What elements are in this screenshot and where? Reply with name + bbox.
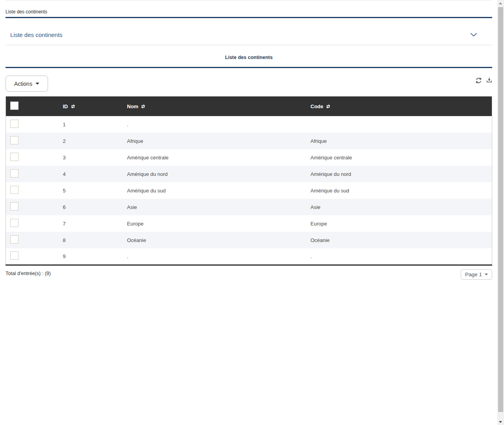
table-row: 3Amérique centraleAmérique centrale <box>6 149 492 166</box>
column-header-code[interactable]: Code <box>311 103 331 109</box>
cell-code: . <box>311 248 492 265</box>
total-entries-label: Total d'entrée(s) : (9) <box>6 269 51 276</box>
cell-code: Amérique du nord <box>311 166 492 182</box>
cell-nom: . <box>127 116 311 133</box>
continents-table: ID Nom <box>6 96 492 266</box>
table-footer: Total d'entrée(s) : (9) Page 1 <box>6 269 492 280</box>
page-container: Liste des continents Liste des continent… <box>6 0 492 280</box>
cell-code: Amérique centrale <box>311 149 492 166</box>
cell-id: 2 <box>63 133 127 149</box>
toolbar: Actions <box>6 76 492 92</box>
chevron-down-icon[interactable] <box>471 33 477 37</box>
row-checkbox[interactable] <box>10 153 19 161</box>
vertical-scrollbar[interactable] <box>497 0 504 425</box>
column-header-id[interactable]: ID <box>63 103 76 109</box>
cell-nom: Europe <box>127 215 311 232</box>
row-checkbox[interactable] <box>10 169 19 177</box>
cell-code: Asie <box>311 199 492 215</box>
collapsible-panel-header[interactable]: Liste des continents <box>6 18 492 45</box>
sort-icon <box>326 104 331 109</box>
sort-icon <box>141 104 146 109</box>
table-header-row: ID Nom <box>6 96 492 116</box>
page-title: Liste des continents <box>6 55 492 60</box>
cell-id: 5 <box>63 182 127 199</box>
actions-button-label: Actions <box>14 81 32 87</box>
refresh-icon[interactable] <box>475 77 482 84</box>
cell-id: 8 <box>63 232 127 248</box>
cell-id: 4 <box>63 166 127 182</box>
table-row: 5Amérique du sudAmérique du sud <box>6 182 492 199</box>
table-row: 1. <box>6 116 492 133</box>
cell-nom: Asie <box>127 199 311 215</box>
table-row: 6AsieAsie <box>6 199 492 215</box>
table-row: 2AfriqueAfrique <box>6 133 492 149</box>
section-divider <box>6 67 492 68</box>
table-row: 7EuropeEurope <box>6 215 492 232</box>
row-checkbox[interactable] <box>10 120 19 128</box>
cell-nom: Amérique centrale <box>127 149 311 166</box>
cell-nom: Océanie <box>127 232 311 248</box>
cell-nom: Afrique <box>127 133 311 149</box>
cell-code: Afrique <box>311 133 492 149</box>
cell-code <box>311 116 492 133</box>
row-checkbox[interactable] <box>10 136 19 144</box>
sort-icon <box>70 104 76 109</box>
scrollbar-thumb[interactable] <box>498 7 503 412</box>
cell-id: 3 <box>63 149 127 166</box>
table-row: 4Amérique du nordAmérique du nord <box>6 166 492 182</box>
row-checkbox[interactable] <box>10 235 19 244</box>
panel-title: Liste des continents <box>10 31 63 38</box>
page-select-label: Page 1 <box>465 272 482 277</box>
row-checkbox[interactable] <box>10 202 19 211</box>
page-select-button[interactable]: Page 1 <box>461 269 492 280</box>
caret-down-icon <box>485 273 488 275</box>
row-checkbox[interactable] <box>10 186 19 194</box>
row-checkbox[interactable] <box>10 251 19 260</box>
cell-nom: . <box>127 248 311 265</box>
cell-nom: Amérique du nord <box>127 166 311 182</box>
scroll-down-arrow-icon[interactable] <box>499 421 502 423</box>
actions-button[interactable]: Actions <box>6 76 48 92</box>
caret-down-icon <box>35 83 39 85</box>
cell-code: Amérique du sud <box>311 182 492 199</box>
breadcrumb: Liste des continents <box>6 0 492 15</box>
download-icon[interactable] <box>486 77 492 84</box>
cell-nom: Amérique du sud <box>127 182 311 199</box>
select-all-checkbox[interactable] <box>10 102 19 110</box>
cell-id: 7 <box>63 215 127 232</box>
column-header-nom[interactable]: Nom <box>127 103 146 109</box>
cell-code: Europe <box>311 215 492 232</box>
row-checkbox[interactable] <box>10 219 19 227</box>
cell-id: 9 <box>63 248 127 265</box>
cell-id: 1 <box>63 116 127 133</box>
cell-id: 6 <box>63 199 127 215</box>
table-row: 8OcéanieOcéanie <box>6 232 492 248</box>
scroll-up-arrow-icon[interactable] <box>499 2 502 4</box>
cell-code: Océanie <box>311 232 492 248</box>
table-row: 9.. <box>6 248 492 265</box>
